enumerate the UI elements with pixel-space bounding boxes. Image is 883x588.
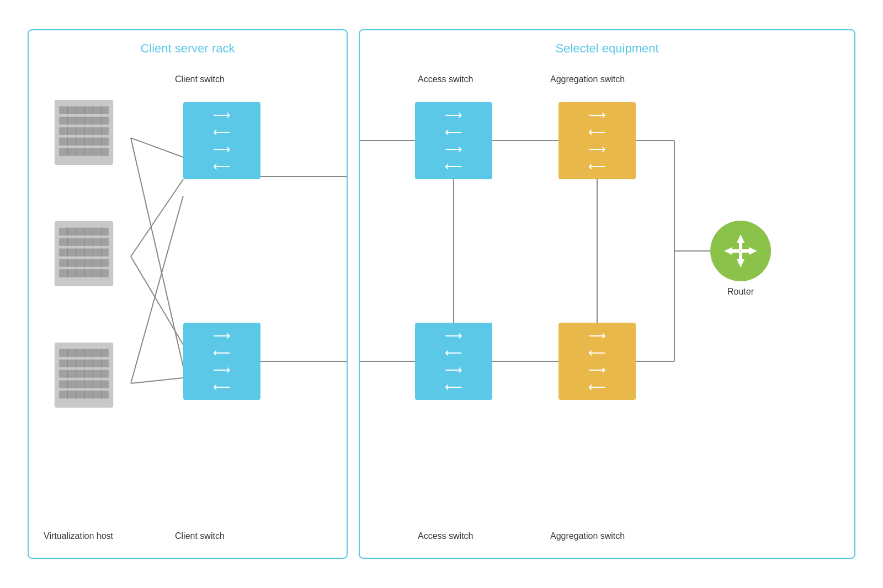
access-switch-bottom-arrows: ⟶ ⟵ ⟶ ⟵	[445, 329, 462, 394]
svg-line-0	[131, 138, 183, 157]
svg-rect-114	[739, 252, 742, 260]
client-switch-bottom: ⟶ ⟵ ⟶ ⟵	[183, 323, 260, 400]
svg-rect-112	[739, 242, 742, 250]
aggregation-switch-bottom: ⟶ ⟵ ⟶ ⟵	[558, 323, 636, 400]
diagram-container: Client server rack	[28, 29, 855, 559]
svg-marker-113	[737, 259, 744, 268]
aggregation-switch-top: ⟶ ⟵ ⟶ ⟵	[558, 102, 636, 179]
selectel-equipment-panel: Selectel equipment	[359, 29, 855, 559]
client-panel-title: Client server rack	[140, 41, 235, 56]
router-label: Router	[710, 287, 771, 297]
svg-marker-117	[749, 247, 757, 255]
virtualization-host-label: Virtualization host	[34, 531, 123, 541]
svg-line-1	[131, 138, 183, 367]
aggregation-switch-bottom-arrows: ⟶ ⟵ ⟶ ⟵	[588, 329, 606, 394]
client-switch-bottom-label: Client switch	[175, 531, 225, 541]
server-rack-1	[51, 97, 117, 168]
access-switch-bottom: ⟶ ⟵ ⟶ ⟵	[415, 323, 492, 400]
access-switch-top-arrows: ⟶ ⟵ ⟶ ⟵	[445, 108, 462, 174]
client-switch-top: ⟶ ⟵ ⟶ ⟵	[183, 102, 260, 179]
svg-line-2	[131, 179, 183, 256]
aggregation-switch-bottom-label: Aggregation switch	[550, 531, 625, 541]
svg-line-5	[131, 378, 183, 383]
svg-line-4	[131, 196, 183, 383]
svg-marker-115	[724, 247, 732, 255]
svg-line-3	[131, 256, 183, 345]
svg-rect-116	[731, 249, 740, 253]
server-rack-2	[51, 218, 117, 290]
server-rack-3	[51, 339, 117, 411]
client-switch-bottom-arrows: ⟶ ⟵ ⟶ ⟵	[213, 329, 231, 394]
router-icon	[710, 221, 771, 281]
access-switch-top: ⟶ ⟵ ⟶ ⟵	[415, 102, 492, 179]
access-switch-bottom-label: Access switch	[418, 531, 473, 541]
client-server-rack-panel: Client server rack	[28, 29, 348, 559]
selectel-panel-title: Selectel equipment	[555, 41, 658, 56]
svg-rect-118	[741, 249, 750, 253]
client-switch-top-label: Client switch	[175, 74, 225, 84]
svg-marker-111	[737, 234, 744, 243]
client-switch-top-arrows: ⟶ ⟵ ⟶ ⟵	[213, 108, 231, 174]
aggregation-switch-top-arrows: ⟶ ⟵ ⟶ ⟵	[588, 108, 606, 174]
access-switch-top-label: Access switch	[418, 74, 473, 84]
aggregation-switch-top-label: Aggregation switch	[550, 74, 625, 84]
